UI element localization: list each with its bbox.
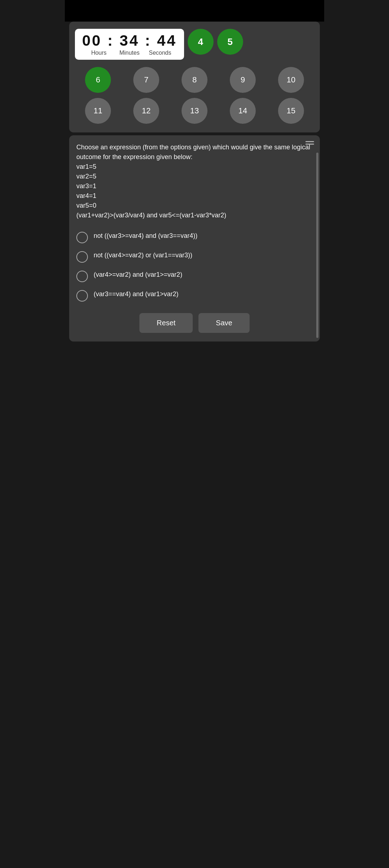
option-label-1: not ((var3>=var4) and (var3==var4))	[94, 231, 197, 240]
radio-4[interactable]	[76, 290, 88, 302]
timer-row: 00 : 34 : 44 Hours Minutes Seconds 4 5	[75, 29, 314, 60]
circle-6[interactable]: 6	[85, 67, 111, 93]
scroll-indicator	[305, 141, 314, 148]
option-item-3[interactable]: (var4>=var2) and (var1>=var2)	[76, 270, 313, 282]
action-buttons: Reset Save	[76, 313, 313, 333]
option-label-2: not ((var4>=var2) or (var1==var3))	[94, 250, 192, 260]
timer-seconds: 44	[157, 32, 177, 49]
label-seconds: Seconds	[145, 50, 175, 56]
option-item-2[interactable]: not ((var4>=var2) or (var1==var3))	[76, 250, 313, 263]
label-hours: Hours	[84, 50, 114, 56]
circle-10[interactable]: 10	[278, 67, 304, 93]
circle-14[interactable]: 14	[230, 98, 256, 124]
circle-8[interactable]: 8	[182, 67, 207, 93]
btn-4[interactable]: 4	[188, 29, 214, 55]
scroll-line-1	[305, 141, 314, 142]
save-button[interactable]: Save	[198, 313, 250, 333]
option-label-4: (var3==var4) and (var1>var2)	[94, 289, 179, 299]
label-minutes: Minutes	[114, 50, 145, 56]
reset-button[interactable]: Reset	[139, 313, 193, 333]
timer-sep1: :	[107, 32, 120, 49]
radio-2[interactable]	[76, 251, 88, 263]
btn-5[interactable]: 5	[217, 29, 243, 55]
circle-13[interactable]: 13	[182, 98, 207, 124]
top-bar	[65, 0, 324, 22]
scroll-line-2	[305, 144, 314, 145]
timer-section: 00 : 34 : 44 Hours Minutes Seconds 4 5 6…	[69, 22, 320, 132]
option-label-3: (var4>=var2) and (var1>=var2)	[94, 270, 182, 279]
circle-11[interactable]: 11	[85, 98, 111, 124]
options-list: not ((var3>=var4) and (var3==var4)) not …	[76, 231, 313, 302]
timer-display: 00 : 34 : 44 Hours Minutes Seconds	[75, 29, 184, 60]
circle-15[interactable]: 15	[278, 98, 304, 124]
circle-12[interactable]: 12	[133, 98, 159, 124]
question-panel: Choose an expression (from the options g…	[69, 135, 320, 342]
timer-minutes: 34	[120, 32, 139, 49]
radio-3[interactable]	[76, 271, 88, 282]
timer-hours: 00	[82, 32, 102, 49]
scrollbar[interactable]	[316, 153, 318, 338]
circles-row1: 6 7 8 9 10	[75, 67, 314, 93]
question-text: Choose an expression (from the options g…	[76, 143, 313, 220]
radio-1[interactable]	[76, 232, 88, 243]
circle-9[interactable]: 9	[230, 67, 256, 93]
option-item-1[interactable]: not ((var3>=var4) and (var3==var4))	[76, 231, 313, 243]
option-item-4[interactable]: (var3==var4) and (var1>var2)	[76, 289, 313, 302]
circle-7[interactable]: 7	[133, 67, 159, 93]
timer-sep2: :	[145, 32, 157, 49]
circles-row2: 11 12 13 14 15	[75, 98, 314, 124]
timer-digits: 00 : 34 : 44	[82, 33, 177, 48]
timer-labels: Hours Minutes Seconds	[82, 48, 177, 56]
